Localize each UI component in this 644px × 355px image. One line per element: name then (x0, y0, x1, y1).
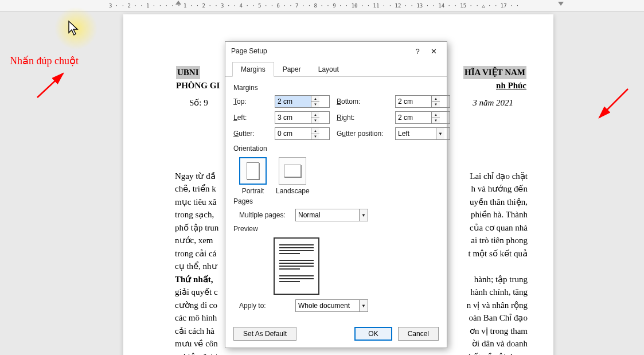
tab-layout[interactable]: Layout (310, 62, 348, 77)
orientation-landscape[interactable]: Landscape (276, 157, 310, 195)
input-gutter-pos[interactable]: ▼ (395, 127, 450, 140)
svg-line-0 (37, 73, 63, 97)
spin-up-icon[interactable]: ▲ (432, 112, 440, 118)
landscape-label: Landscape (276, 187, 310, 195)
help-button[interactable]: ? (410, 45, 425, 57)
label-apply-to: Apply to: (239, 302, 288, 310)
portrait-label: Portrait (242, 187, 264, 195)
input-right[interactable]: ▲▼ (395, 111, 450, 124)
spin-down-icon[interactable]: ▼ (432, 102, 440, 108)
ruler-scale: 3 · · 2 · · 1 · · · · · 1 · · 2 · · 3 · … (109, 3, 519, 9)
doc-date: 3 năm 2021 (473, 96, 513, 110)
label-bottom: Bottom: (337, 97, 388, 106)
cancel-button[interactable]: Cancel (398, 327, 439, 341)
spin-up-icon[interactable]: ▲ (311, 128, 319, 134)
label-multiple-pages: Multiple pages: (239, 211, 288, 219)
chevron-down-icon[interactable]: ▼ (359, 300, 368, 311)
spin-up-icon[interactable]: ▲ (311, 112, 319, 118)
input-top[interactable]: ▲▼ (275, 95, 330, 108)
preview-page-icon (274, 237, 319, 295)
arrow-left-icon (32, 69, 72, 103)
dialog-title-text: Page Setup (231, 47, 267, 55)
tab-paper[interactable]: Paper (274, 62, 310, 77)
portrait-icon (247, 162, 259, 180)
preview-heading: Preview (233, 225, 439, 233)
spin-down-icon[interactable]: ▼ (432, 118, 440, 124)
landscape-icon (284, 165, 301, 177)
horizontal-ruler[interactable]: 3 · · 2 · · 1 · · · · · 1 · · 2 · · 3 · … (0, 0, 644, 11)
chevron-down-icon[interactable]: ▼ (436, 128, 444, 139)
spin-up-icon[interactable]: ▲ (311, 96, 319, 102)
label-top: Top: (233, 97, 268, 106)
spin-up-icon[interactable]: ▲ (432, 96, 440, 102)
label-gutter-pos: Gutter position: (337, 130, 388, 138)
right-indent-marker-icon[interactable] (558, 2, 564, 6)
spin-down-icon[interactable]: ▼ (311, 102, 319, 108)
dialog-tabs: Margins Paper Layout (225, 61, 447, 77)
annotation-left: Nhấn đúp chuột (10, 54, 79, 67)
input-gutter[interactable]: ▲▼ (275, 127, 330, 140)
spin-down-icon[interactable]: ▼ (311, 134, 319, 140)
spin-down-icon[interactable]: ▼ (311, 118, 319, 124)
label-gutter: Gutter: (233, 130, 268, 138)
input-multiple-pages[interactable]: ▼ (295, 209, 368, 221)
indent-marker-icon[interactable] (175, 1, 181, 5)
margins-heading: Margins (233, 84, 439, 92)
tab-margins[interactable]: Margins (232, 62, 274, 77)
arrow-br-icon (594, 83, 634, 123)
ok-button[interactable]: OK (354, 327, 392, 341)
input-left[interactable]: ▲▼ (275, 111, 330, 124)
doc-number: Số: 9 (189, 96, 208, 110)
label-left: Left: (233, 114, 268, 122)
cursor-arrow-icon (68, 20, 80, 40)
page-setup-dialog: Page Setup ? ✕ Margins Paper Layout Marg… (225, 41, 447, 348)
svg-line-2 (599, 89, 628, 118)
header2-right: nh Phúc (496, 79, 526, 92)
input-apply-to[interactable]: ▼ (295, 299, 368, 312)
dialog-titlebar[interactable]: Page Setup ? ✕ (225, 42, 447, 60)
pages-heading: Pages (233, 197, 439, 205)
input-bottom[interactable]: ▲▼ (395, 95, 450, 108)
header2-left: PHÒNG GI (176, 79, 220, 92)
set-as-default-button[interactable]: Set As Default (233, 327, 296, 341)
orientation-portrait[interactable]: Portrait (239, 157, 267, 195)
label-right: Right: (337, 114, 388, 122)
margins-grid: Top: ▲▼ Bottom: ▲▼ Left: ▲▼ Right: ▲▼ Gu… (233, 95, 439, 140)
orientation-heading: Orientation (233, 145, 439, 153)
header-right: HĨA VIỆT NAM (463, 66, 526, 79)
close-button[interactable]: ✕ (426, 45, 441, 57)
chevron-down-icon[interactable]: ▼ (359, 209, 368, 221)
header-left: UBNI (176, 66, 200, 79)
